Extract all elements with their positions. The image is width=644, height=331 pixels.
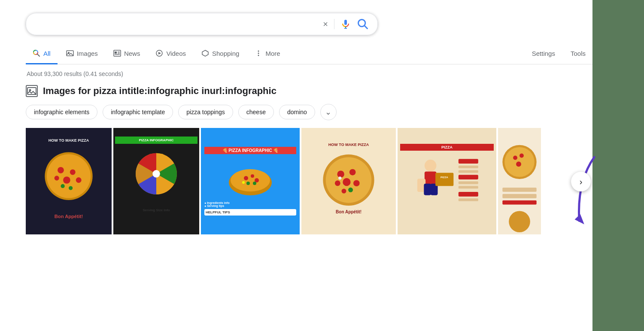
clear-icon[interactable]: ×	[323, 19, 328, 29]
svg-marker-17	[158, 52, 161, 55]
svg-point-28	[55, 176, 59, 181]
svg-point-30	[61, 184, 64, 188]
svg-rect-60	[435, 173, 453, 186]
svg-rect-67	[459, 186, 478, 189]
search-bar[interactable]: pizza intitle:infographic inurl:infograp…	[26, 13, 378, 35]
tab-news[interactable]: News	[106, 44, 147, 64]
svg-text:PIZZA: PIZZA	[440, 176, 448, 179]
svg-point-55	[425, 160, 437, 172]
image-result-3[interactable]: 🍕 PIZZA INFOGRAPHIC 🍕 ● Ingredients info	[201, 128, 300, 234]
svg-point-73	[519, 154, 524, 158]
image-heading-icon	[26, 85, 38, 97]
svg-point-31	[69, 186, 73, 190]
svg-rect-68	[459, 192, 478, 197]
chip-pizza-toppings[interactable]: pizza toppings	[178, 105, 233, 119]
images-tab-icon	[66, 49, 74, 57]
tab-images-label: Images	[77, 50, 98, 57]
svg-text:Bon Appétit!: Bon Appétit!	[55, 214, 83, 219]
image-result-1[interactable]: HOW TO MAKE PIZZA Bon Appétit!	[26, 128, 112, 234]
svg-rect-75	[502, 188, 536, 192]
svg-point-19	[258, 53, 259, 54]
tab-tools[interactable]: Tools	[564, 45, 592, 64]
tab-news-label: News	[124, 50, 140, 57]
image-result-4[interactable]: HOW TO MAKE PIZZA Bon Appétit!	[301, 128, 396, 234]
chip-label: cheese	[246, 109, 266, 115]
image-result-6[interactable]	[498, 128, 541, 234]
chip-label: infographic template	[111, 109, 165, 115]
tab-all-label: All	[43, 50, 51, 57]
svg-rect-66	[459, 182, 478, 184]
svg-point-72	[513, 155, 517, 160]
search-bar-area: pizza intitle:infographic inurl:infograp…	[26, 9, 592, 35]
chip-label: pizza toppings	[186, 109, 225, 115]
search-button-icon[interactable]	[357, 18, 369, 30]
chip-infographic-template[interactable]: infographic template	[103, 105, 173, 119]
tab-shopping-label: Shopping	[212, 50, 239, 57]
svg-rect-12	[115, 52, 117, 54]
tools-label: Tools	[571, 50, 586, 57]
svg-point-27	[63, 176, 70, 184]
all-icon	[33, 49, 40, 57]
svg-point-74	[516, 161, 521, 167]
svg-text:Serving Size Info: Serving Size Info	[143, 208, 170, 212]
svg-line-8	[37, 54, 39, 56]
svg-point-24	[47, 154, 91, 198]
chip-filters: infographic elements infographic templat…	[26, 104, 592, 120]
search-input[interactable]: pizza intitle:infographic inurl:infograp…	[35, 20, 319, 29]
svg-rect-64	[459, 170, 478, 173]
chip-label: domino	[287, 109, 307, 115]
settings-label: Settings	[532, 50, 555, 57]
tab-all[interactable]: All	[26, 44, 58, 64]
mic-icon[interactable]	[340, 19, 351, 29]
chip-domino[interactable]: domino	[279, 105, 315, 119]
tab-images[interactable]: Images	[59, 44, 105, 64]
svg-line-3	[365, 26, 367, 28]
tab-videos[interactable]: Videos	[149, 44, 193, 64]
image-result-2[interactable]: PIZZA INFOGRAPHIC Serving Size Info	[113, 128, 199, 234]
svg-point-47	[349, 169, 356, 176]
svg-rect-62	[459, 159, 478, 164]
tab-settings[interactable]: Settings	[525, 45, 562, 64]
svg-point-46	[337, 171, 344, 178]
svg-rect-59	[424, 184, 431, 195]
news-tab-icon	[113, 49, 121, 57]
svg-point-22	[29, 89, 31, 91]
chip-expand-button[interactable]: ⌄	[320, 104, 337, 120]
svg-point-38	[244, 176, 248, 180]
videos-tab-icon	[155, 49, 163, 57]
svg-point-42	[253, 182, 256, 185]
chip-cheese[interactable]: cheese	[238, 105, 274, 119]
svg-point-41	[246, 182, 250, 185]
chip-label: infographic elements	[34, 109, 89, 115]
tab-more[interactable]: More	[248, 44, 287, 64]
svg-point-78	[509, 211, 530, 232]
svg-rect-0	[344, 20, 347, 25]
shopping-tab-icon	[201, 49, 209, 57]
svg-point-43	[242, 181, 245, 184]
image-result-5[interactable]: PIZZA PIZZA	[398, 128, 496, 234]
chevron-down-icon: ⌄	[325, 107, 331, 117]
search-bar-icons: ×	[323, 18, 369, 30]
svg-point-51	[341, 189, 346, 194]
chip-infographic-elements[interactable]: infographic elements	[26, 105, 97, 119]
tab-shopping[interactable]: Shopping	[194, 44, 246, 64]
svg-point-49	[335, 181, 340, 186]
svg-point-25	[58, 167, 64, 173]
svg-point-37	[231, 169, 270, 191]
svg-point-26	[70, 170, 76, 175]
svg-rect-77	[502, 200, 536, 205]
svg-point-20	[258, 55, 259, 56]
right-panel	[592, 0, 644, 331]
images-heading[interactable]: Images for pizza intitle:infographic inu…	[26, 85, 592, 97]
svg-point-52	[348, 188, 353, 192]
next-button[interactable]: ›	[571, 172, 591, 191]
image-results-row: HOW TO MAKE PIZZA Bon Appétit!	[26, 128, 592, 235]
svg-rect-69	[459, 199, 478, 201]
svg-point-18	[258, 51, 259, 52]
results-count: About 93,300 results (0.41 seconds)	[27, 70, 592, 77]
tab-more-label: More	[265, 50, 280, 57]
svg-point-39	[251, 174, 254, 178]
svg-rect-63	[459, 166, 478, 168]
nav-tabs: All Images News	[26, 44, 592, 64]
svg-rect-76	[502, 194, 536, 198]
